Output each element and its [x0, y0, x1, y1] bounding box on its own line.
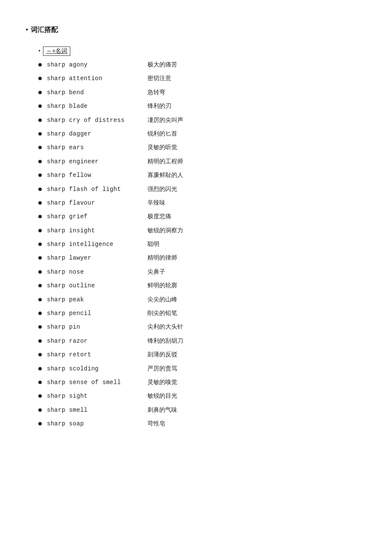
section-container: • 词汇搭配 • ～+名词 sharp agony极大的痛苦sharp atte…: [26, 26, 366, 429]
list-item: sharp pin尖利的大头针: [38, 322, 366, 332]
vocab-english: sharp engineer: [47, 157, 141, 166]
vocab-chinese: 灵敏的嗅觉: [147, 378, 177, 387]
list-item-bullet: [38, 91, 42, 94]
vocab-chinese: 精明的工程师: [147, 157, 183, 166]
vocab-english: sharp scolding: [47, 364, 141, 373]
list-item-bullet: [38, 188, 42, 191]
vocab-chinese: 尖鼻子: [147, 267, 165, 277]
list-item: sharp cry of distress凄厉的尖叫声: [38, 116, 366, 125]
vocab-english: sharp fellow: [47, 171, 141, 180]
list-item: sharp sense of smell灵敏的嗅觉: [38, 378, 366, 387]
vocab-chinese: 极大的痛苦: [147, 60, 177, 69]
vocab-chinese: 尖尖的山峰: [147, 295, 177, 304]
list-item: sharp attention密切注意: [38, 74, 366, 83]
list-item-bullet: [38, 132, 42, 136]
vocab-chinese: 锐利的匕首: [147, 129, 177, 139]
tilde-label: ～+名词: [43, 46, 70, 56]
list-item-bullet: [38, 284, 42, 287]
list-item: sharp agony极大的痛苦: [38, 60, 366, 69]
vocab-english: sharp razor: [47, 336, 141, 346]
vocab-english: sharp nose: [47, 267, 141, 277]
list-item-bullet: [38, 339, 42, 343]
list-item: sharp blade锋利的刃: [38, 101, 366, 111]
vocab-english: sharp bend: [47, 88, 141, 97]
list-item-bullet: [38, 104, 42, 108]
vocab-english: sharp grief: [47, 212, 141, 221]
list-item: sharp bend急转弯: [38, 88, 366, 97]
vocab-chinese: 急转弯: [147, 88, 165, 97]
tilde-noun-row: • ～+名词: [38, 46, 366, 56]
vocab-chinese: 刺鼻的气味: [147, 405, 177, 415]
list-item-bullet: [38, 77, 42, 80]
vocab-chinese: 敏锐的目光: [147, 391, 177, 401]
list-item-bullet: [38, 270, 42, 274]
vocab-english: sharp peak: [47, 295, 141, 304]
list-item-bullet: [38, 312, 42, 315]
vocab-chinese: 敏锐的洞察力: [147, 226, 183, 235]
vocab-chinese: 密切注意: [147, 74, 171, 83]
list-item: sharp razor锋利的刮胡刀: [38, 336, 366, 346]
vocab-english: sharp intelligence: [47, 240, 141, 249]
list-item-bullet: [38, 353, 42, 356]
list-item-bullet: [38, 298, 42, 301]
list-item-bullet: [38, 146, 42, 149]
list-item: sharp scolding严厉的责骂: [38, 364, 366, 373]
vocab-list: sharp agony极大的痛苦sharp attention密切注意sharp…: [38, 60, 366, 429]
list-item: sharp fellow寡廉鲜耻的人: [38, 171, 366, 180]
vocab-chinese: 强烈的闪光: [147, 185, 177, 194]
list-item: sharp flash of light强烈的闪光: [38, 185, 366, 194]
list-item-bullet: [38, 256, 42, 260]
list-item-bullet: [38, 215, 42, 218]
list-item: sharp flavour辛辣味: [38, 198, 366, 208]
vocab-english: sharp dagger: [47, 129, 141, 139]
list-item: sharp ears灵敏的听觉: [38, 143, 366, 152]
list-item-bullet: [38, 422, 42, 425]
list-item: sharp intelligence聪明: [38, 240, 366, 249]
vocab-english: sharp pin: [47, 322, 141, 332]
list-item-bullet: [38, 173, 42, 177]
list-item: sharp grief极度悲痛: [38, 212, 366, 221]
vocab-english: sharp flavour: [47, 198, 141, 208]
vocab-chinese: 尖利的大头针: [147, 322, 183, 332]
list-item: sharp retort刻薄的反驳: [38, 350, 366, 359]
list-item: sharp sight敏锐的目光: [38, 391, 366, 401]
list-item: sharp pencil削尖的铅笔: [38, 309, 366, 318]
section-header: • 词汇搭配: [26, 26, 366, 35]
vocab-english: sharp outline: [47, 281, 141, 290]
sub-section-header: • ～+名词: [38, 46, 366, 56]
list-item-bullet: [38, 160, 42, 163]
list-item: sharp peak尖尖的山峰: [38, 295, 366, 304]
list-item: sharp insight敏锐的洞察力: [38, 226, 366, 235]
list-item-bullet: [38, 63, 42, 66]
section-bullet-icon: •: [26, 26, 28, 35]
list-item-bullet: [38, 394, 42, 398]
list-item: sharp engineer精明的工程师: [38, 157, 366, 166]
vocab-chinese: 严厉的责骂: [147, 364, 177, 373]
vocab-chinese: 锋利的刃: [147, 101, 171, 111]
vocab-chinese: 聪明: [147, 240, 159, 249]
list-item-bullet: [38, 201, 42, 205]
vocab-chinese: 精明的律师: [147, 253, 177, 263]
vocab-english: sharp pencil: [47, 309, 141, 318]
vocab-chinese: 辛辣味: [147, 198, 165, 208]
list-item-bullet: [38, 408, 42, 412]
vocab-chinese: 苛性皂: [147, 419, 165, 428]
vocab-chinese: 削尖的铅笔: [147, 309, 177, 318]
vocab-english: sharp attention: [47, 74, 141, 83]
list-item-bullet: [38, 229, 42, 232]
list-item-bullet: [38, 243, 42, 246]
vocab-english: sharp insight: [47, 226, 141, 235]
list-item: sharp soap苛性皂: [38, 419, 366, 428]
sub-bullet-icon: •: [38, 48, 40, 55]
list-item-bullet: [38, 119, 42, 122]
vocab-english: sharp flash of light: [47, 185, 141, 194]
vocab-chinese: 灵敏的听觉: [147, 143, 177, 152]
list-item: sharp smell刺鼻的气味: [38, 405, 366, 415]
list-item-bullet: [38, 381, 42, 384]
vocab-chinese: 极度悲痛: [147, 212, 171, 221]
vocab-english: sharp retort: [47, 350, 141, 359]
vocab-english: sharp agony: [47, 60, 141, 69]
vocab-chinese: 凄厉的尖叫声: [147, 116, 183, 125]
vocab-chinese: 鲜明的轮廓: [147, 281, 177, 290]
vocab-english: sharp lawyer: [47, 253, 141, 263]
